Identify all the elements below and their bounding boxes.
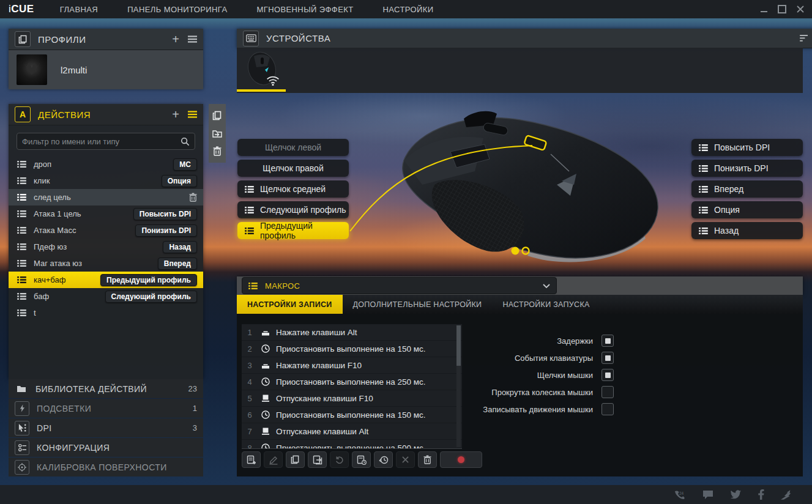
profile-avatar	[17, 54, 47, 85]
device-button-label: Щелчок средней	[260, 184, 326, 194]
profile-row[interactable]: l2multi	[9, 50, 203, 89]
tab-launch-settings[interactable]: НАСТРОЙКИ ЗАПУСКА	[492, 295, 600, 314]
menu-item-dashboard[interactable]: ПАНЕЛЬ МОНИТОРИНГА	[127, 5, 227, 14]
step-number: 1	[242, 328, 258, 337]
close-button[interactable]	[796, 5, 805, 13]
device-button-forward[interactable]: Вперед	[691, 180, 803, 198]
action-row[interactable]: баф Следующий профиль	[9, 288, 203, 305]
action-label: Маг атака юз	[34, 259, 82, 268]
add-profile-button[interactable]: +	[172, 33, 179, 45]
action-row[interactable]: Маг атака юз Вперед	[9, 255, 203, 272]
device-button-dpi-down[interactable]: Понизить DPI	[691, 160, 803, 177]
key-down-icon	[261, 328, 270, 336]
record-button[interactable]	[440, 451, 482, 468]
undo-button[interactable]	[330, 451, 349, 468]
footer-bar	[0, 485, 812, 504]
sliders-icon	[15, 440, 29, 455]
checkbox-mouse-clicks[interactable]	[602, 369, 614, 381]
action-row-selected[interactable]: след цель	[9, 189, 203, 206]
checkbox-mouse-movement[interactable]	[602, 403, 614, 415]
device-button-left-click[interactable]: Щелчок левой	[237, 139, 349, 156]
device-button-dpi-up[interactable]: Повысить DPI	[691, 139, 803, 156]
sidebar-item-dpi[interactable]: DPI 3	[9, 418, 203, 437]
maximize-button[interactable]	[778, 5, 786, 13]
device-button-option[interactable]: Опция	[691, 201, 803, 218]
tab-record-settings[interactable]: НАСТРОЙКИ ЗАПИСИ	[237, 295, 343, 314]
macro-step[interactable]: 8 Приостановить выполнение на 500 мс.	[242, 440, 462, 449]
edit-step-button[interactable]	[264, 451, 283, 468]
option-mouse-clicks[interactable]: Щелчки мышки	[426, 366, 614, 384]
sidebar-item-actions-library[interactable]: БИБЛИОТЕКА ДЕЙСТВИЙ 23	[9, 379, 203, 398]
support-24-icon[interactable]	[674, 490, 686, 500]
device-button-right-click[interactable]: Щелчок правой	[237, 160, 349, 177]
device-button-label: Повысить DPI	[714, 143, 770, 152]
facebook-icon[interactable]	[758, 489, 764, 500]
delete-all-button[interactable]	[418, 451, 437, 468]
checkbox-delays[interactable]	[602, 335, 614, 347]
action-row[interactable]: клик Опция	[9, 172, 203, 189]
action-list-icon	[17, 276, 26, 283]
macro-toolbar	[242, 451, 482, 468]
step-number: 3	[242, 361, 258, 370]
remove-step-button[interactable]	[396, 451, 415, 468]
action-filter-input[interactable]	[17, 137, 181, 146]
move-to-library-icon[interactable]	[212, 129, 222, 138]
sidebar-item-lighting[interactable]: ПОДСВЕТКИ 1	[9, 399, 203, 418]
device-button-previous-profile[interactable]: Предыдущий профиль	[237, 222, 349, 239]
copy-action-icon[interactable]	[212, 111, 222, 120]
clock-icon	[261, 443, 270, 449]
actions-menu-button[interactable]	[188, 111, 197, 118]
twitter-icon[interactable]	[730, 490, 742, 500]
menu-item-home[interactable]: ГЛАВНАЯ	[60, 5, 98, 14]
tab-additional-settings[interactable]: ДОПОЛНИТЕЛЬНЫЕ НАСТРОЙКИ	[343, 295, 493, 314]
action-row[interactable]: дроп MC	[9, 156, 203, 172]
delete-action-icon[interactable]	[189, 193, 197, 202]
page-dot	[523, 248, 529, 254]
chat-icon[interactable]	[702, 490, 713, 500]
menu-item-settings[interactable]: НАСТРОЙКИ	[383, 5, 434, 14]
action-binding-badge: Предыдущий профиль	[100, 274, 197, 286]
action-row[interactable]: Пдеф юз Назад	[9, 239, 203, 255]
device-button-middle-click[interactable]: Щелчок средней	[237, 180, 349, 198]
trash-icon[interactable]	[213, 146, 222, 156]
chevron-down-icon	[543, 284, 550, 288]
action-list-icon	[699, 207, 708, 213]
paste-step-button[interactable]	[308, 451, 327, 468]
sidebar-sections: БИБЛИОТЕКА ДЕЙСТВИЙ 23 ПОДСВЕТКИ 1 DPI 3…	[9, 379, 203, 477]
copy-step-button[interactable]	[286, 451, 305, 468]
device-button-label: Щелчок правой	[263, 163, 323, 173]
action-row-active[interactable]: кач+баф Предыдущий профиль	[9, 272, 203, 288]
device-tab-mouse[interactable]	[237, 48, 296, 93]
macro-step[interactable]: 7 Отпускание клавиши Alt	[242, 423, 462, 440]
device-button-back[interactable]: Назад	[691, 222, 803, 239]
devices-filter-button[interactable]	[800, 35, 809, 42]
insert-delay-button[interactable]	[352, 451, 371, 468]
action-row[interactable]: Атака Масс Понизить DPI	[9, 222, 203, 239]
macro-dropdown[interactable]: МАКРОС	[242, 277, 557, 294]
option-keyboard-events[interactable]: События клавиатуры	[426, 349, 614, 366]
action-label: t	[34, 308, 36, 317]
mouse-thumbnail	[242, 51, 285, 87]
checkbox-mouse-wheel[interactable]	[602, 386, 614, 398]
action-row[interactable]: Атака 1 цель Повысить DPI	[9, 206, 203, 222]
corsair-logo-icon[interactable]	[781, 490, 795, 500]
action-binding-badge: Повысить DPI	[133, 208, 197, 220]
minimize-button[interactable]	[759, 5, 768, 13]
profiles-menu-button[interactable]	[188, 35, 197, 43]
action-row[interactable]: t	[9, 305, 203, 321]
step-number: 2	[242, 344, 258, 354]
sidebar-item-surface-calibration[interactable]: КАЛИБРОВКА ПОВЕРХНОСТИ	[9, 458, 203, 476]
device-button-next-profile[interactable]: Следующий профиль	[237, 201, 349, 218]
record-dot-icon	[458, 456, 464, 463]
menu-item-instant-lighting[interactable]: МГНОВЕННЫЙ ЭФФЕКТ	[256, 5, 353, 14]
option-label: Прокрутка колесика мышки	[491, 388, 593, 397]
checkbox-keyboard-events[interactable]	[602, 352, 614, 364]
add-action-button[interactable]: +	[172, 108, 179, 120]
step-text: Приостановить выполнение на 150 мс.	[276, 410, 425, 420]
sidebar-item-configuration[interactable]: КОНФИГУРАЦИЯ	[9, 438, 203, 457]
reset-delays-button[interactable]	[374, 451, 393, 468]
option-delays[interactable]: Задержки	[426, 332, 614, 349]
option-mouse-movement[interactable]: Записывать движения мышки	[426, 401, 614, 418]
add-step-button[interactable]	[242, 451, 261, 468]
option-mouse-wheel[interactable]: Прокрутка колесика мышки	[426, 384, 614, 401]
